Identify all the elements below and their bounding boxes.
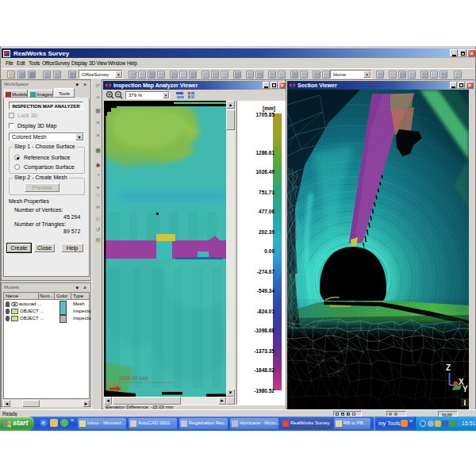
- svg-text:[mm]: [mm]: [263, 106, 275, 112]
- svg-text:-824.01: -824.01: [257, 309, 274, 314]
- svg-text:1286.61: 1286.61: [256, 150, 275, 155]
- svg-text:Z: Z: [446, 363, 451, 372]
- svg-text:751.73: 751.73: [259, 190, 274, 195]
- svg-text:Y: Y: [463, 385, 468, 393]
- svg-text:-274.67: -274.67: [257, 269, 274, 274]
- svg-text:-1648.02: -1648.02: [254, 367, 274, 373]
- svg-text:477.06: 477.06: [259, 209, 274, 214]
- svg-text:0.00: 0.00: [264, 248, 274, 254]
- svg-text:1000.00 mm: 1000.00 mm: [119, 375, 148, 381]
- svg-text:-1098.68: -1098.68: [254, 328, 274, 333]
- svg-text:1026.40: 1026.40: [256, 169, 275, 175]
- svg-text:-549.34: -549.34: [257, 288, 274, 294]
- svg-text:1705.85: 1705.85: [256, 112, 275, 117]
- svg-text:202.39: 202.39: [259, 229, 274, 235]
- svg-text:-1980.52: -1980.52: [254, 388, 274, 393]
- svg-text:-1373.35: -1373.35: [254, 348, 274, 354]
